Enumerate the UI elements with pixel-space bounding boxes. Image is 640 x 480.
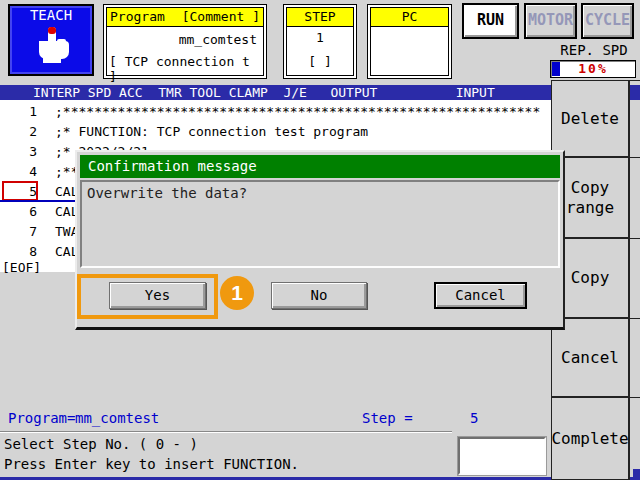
bottom-corner-mark bbox=[633, 469, 640, 480]
footer-divider bbox=[0, 431, 452, 433]
dialog-message: Overwrite the data? bbox=[80, 180, 560, 268]
selected-line-cursor bbox=[2, 181, 38, 201]
footer-program-label: Program= bbox=[8, 410, 75, 426]
pc-box: PC bbox=[367, 4, 452, 79]
listing-row[interactable]: 2;* FUNCTION: TCP connection test progra… bbox=[0, 122, 551, 142]
line-number: 7 bbox=[0, 222, 37, 242]
comment-box-title: [Comment ] bbox=[182, 8, 260, 26]
program-name-value: mm_comtest bbox=[179, 32, 257, 47]
program-comment-value: [ TCP connection t ] bbox=[109, 54, 263, 84]
step-box-value: 1 bbox=[287, 30, 353, 45]
teach-pendant-screen: TEACH Program [Comment ] mm_comtest [ TC… bbox=[0, 0, 640, 480]
rep-spd-progressbar: 10% bbox=[550, 60, 636, 78]
rep-spd-label: REP. SPD bbox=[552, 42, 636, 58]
line-number: 6 bbox=[0, 202, 37, 222]
cancel-button[interactable]: Cancel bbox=[434, 282, 527, 309]
listing-row[interactable]: 1;**************************************… bbox=[0, 102, 551, 122]
teach-mode-button[interactable]: TEACH bbox=[8, 4, 94, 76]
no-button[interactable]: No bbox=[271, 282, 367, 309]
footer-program-value: mm_comtest bbox=[75, 410, 159, 426]
cycle-button[interactable]: CYCLE bbox=[581, 3, 634, 39]
motor-button[interactable]: MOTOR bbox=[524, 3, 577, 39]
program-box-header: Program [Comment ] bbox=[107, 8, 263, 27]
softkey-complete[interactable]: Complete bbox=[551, 397, 629, 480]
prompt-message-line2: Press Enter key to insert FUNCTION. bbox=[4, 456, 299, 472]
run-button[interactable]: RUN bbox=[462, 3, 519, 39]
dialog-title: Confirmation message bbox=[80, 155, 560, 178]
step-number-input[interactable] bbox=[458, 437, 546, 475]
line-number: 2 bbox=[0, 122, 37, 142]
sidebar-divider bbox=[551, 397, 640, 398]
sidebar-divider bbox=[551, 80, 640, 81]
annotation-highlight-rect bbox=[77, 274, 218, 319]
program-box-title: Program bbox=[110, 8, 165, 26]
line-text: ;* FUNCTION: TCP connection test program bbox=[55, 122, 368, 142]
line-text: ;***************************************… bbox=[55, 102, 540, 122]
eof-marker: [EOF] bbox=[2, 258, 41, 278]
pc-box-header: PC bbox=[371, 8, 448, 27]
step-box: STEP 1 [ ] bbox=[283, 4, 357, 79]
step-box-title: STEP bbox=[304, 8, 335, 26]
sidebar-border bbox=[629, 80, 630, 480]
line-number: 1 bbox=[0, 102, 37, 122]
footer-step-label: Step = bbox=[362, 410, 413, 426]
step-box-header: STEP bbox=[287, 8, 353, 27]
prompt-message-line1: Select Step No. ( 0 - ) bbox=[4, 436, 198, 452]
annotation-step-badge: 1 bbox=[220, 276, 254, 310]
rep-spd-value: 10% bbox=[551, 61, 635, 77]
pc-box-title: PC bbox=[402, 8, 418, 26]
softkey-delete[interactable]: Delete bbox=[551, 80, 629, 157]
step-box-brackets: [ ] bbox=[287, 54, 353, 69]
line-number: 3 bbox=[0, 142, 37, 162]
footer-step-value: 5 bbox=[470, 410, 478, 426]
teach-label: TEACH bbox=[10, 6, 92, 24]
listing-column-header: INTERP SPD ACC TMR TOOL CLAMP J/E OUTPUT… bbox=[0, 85, 640, 100]
line-number: 4 bbox=[0, 162, 37, 182]
hand-pointer-icon bbox=[28, 24, 74, 66]
program-comment-box: Program [Comment ] mm_comtest [ TCP conn… bbox=[103, 4, 267, 79]
